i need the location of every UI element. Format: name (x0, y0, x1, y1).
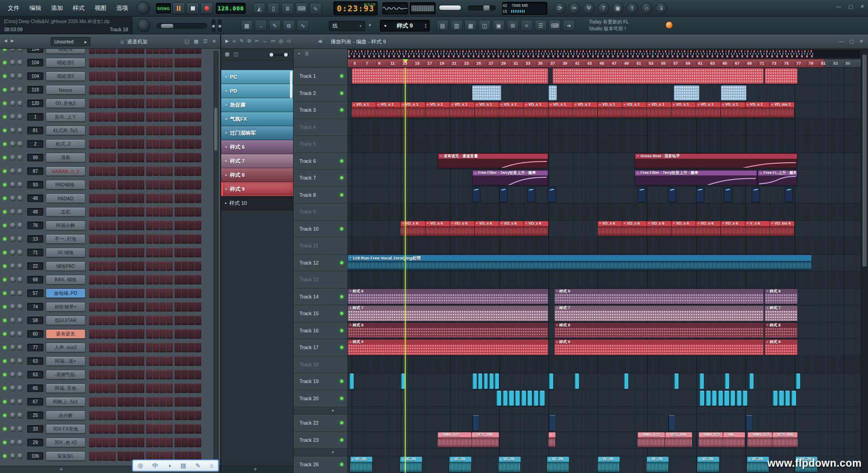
step-cell[interactable] (181, 248, 188, 257)
step-cell[interactable] (188, 383, 194, 393)
step-cell[interactable] (188, 234, 194, 244)
clip[interactable]: »VD_s 1 (499, 102, 523, 118)
channel-led[interactable] (3, 332, 6, 336)
step-cell[interactable] (124, 329, 131, 339)
step-cell[interactable] (153, 438, 159, 447)
step-cell[interactable] (160, 248, 166, 257)
step-cell[interactable] (109, 316, 116, 325)
clip[interactable]: »VMH..072 (748, 432, 772, 448)
step-cell[interactable] (89, 261, 95, 271)
step-cell[interactable] (181, 316, 188, 325)
chevron-down-icon[interactable]: ▾ (332, 450, 334, 454)
channel-volume-knob[interactable] (17, 277, 23, 283)
step-cell[interactable] (153, 383, 159, 393)
step-cell[interactable] (188, 275, 194, 284)
menubar-item[interactable]: 文件 (3, 4, 24, 12)
track-lane[interactable] (348, 237, 861, 255)
tempo-display[interactable]: 128.000 (216, 3, 246, 14)
step-cell[interactable] (181, 370, 188, 379)
step-cell[interactable] (138, 194, 144, 203)
step-cell[interactable] (109, 58, 116, 67)
step-cell[interactable] (175, 343, 181, 352)
wait-input-icon[interactable]: ▯ (267, 3, 280, 14)
clip[interactable]: »VD_s 6 (524, 221, 548, 236)
typing-keyboard-icon[interactable]: ⌨ (295, 3, 308, 14)
channel-row[interactable]: 1反向..上下 (0, 110, 211, 124)
channel-pan-knob[interactable] (10, 222, 16, 228)
clip[interactable] (668, 187, 676, 203)
clip[interactable]: »V_s 6 (745, 221, 769, 236)
step-cell[interactable] (124, 248, 131, 257)
clip[interactable] (496, 391, 501, 406)
track-activity-led[interactable] (340, 227, 343, 230)
step-cell[interactable] (146, 49, 152, 54)
step-cell[interactable] (195, 343, 201, 352)
track-name-row[interactable]: Track 17 (294, 339, 347, 356)
track-lane[interactable]: »VMH..072»VES..006»»VMH..072»VES..006»VM… (348, 432, 861, 449)
step-cell[interactable] (188, 207, 194, 217)
track-lane[interactable]: ∿Free Filter - Terry扯音上升 - 频率∿Free Filte… (348, 170, 861, 187)
step-cell[interactable] (118, 356, 124, 366)
step-cell[interactable] (96, 383, 102, 393)
step-cell[interactable] (181, 424, 188, 434)
channel-button[interactable]: 阿福..音色 (46, 383, 85, 393)
clip[interactable] (533, 391, 538, 406)
channel-led[interactable] (3, 170, 6, 173)
update-icon[interactable]: ⟳ (554, 2, 566, 14)
step-cell[interactable] (153, 302, 159, 312)
step-cell[interactable] (160, 99, 166, 108)
step-cell[interactable] (96, 302, 102, 312)
step-cell[interactable] (103, 329, 109, 339)
time-display[interactable]: M:S:CS 0:23:93 (333, 1, 378, 15)
step-cell[interactable] (96, 126, 102, 135)
channel-led[interactable] (3, 251, 6, 254)
step-cell[interactable] (175, 153, 181, 162)
step-cell[interactable] (96, 71, 102, 81)
clip[interactable]: »VD_s 1 (426, 102, 450, 118)
grid-icon[interactable]: ▦ (225, 51, 229, 57)
channel-pan-knob[interactable] (10, 73, 16, 79)
step-cell[interactable] (195, 194, 201, 203)
channel-button[interactable]: BAS..铺地 (46, 275, 85, 284)
step-cell[interactable] (96, 153, 102, 162)
clip[interactable] (699, 391, 704, 406)
clip[interactable]: ≡样式 7 (348, 306, 548, 321)
channel-volume-knob[interactable] (17, 100, 23, 106)
clip[interactable] (736, 391, 741, 406)
channel-led[interactable] (3, 359, 6, 363)
step-cell[interactable] (124, 207, 131, 217)
step-cell[interactable] (124, 383, 131, 393)
step-cell[interactable] (131, 71, 138, 81)
step-cell[interactable] (153, 275, 159, 284)
channel-button[interactable]: 不一..灯泡 (46, 234, 85, 244)
step-cell[interactable] (175, 289, 181, 298)
step-cell[interactable] (188, 316, 194, 325)
channel-button[interactable]: 30X..色 #2 (46, 438, 85, 447)
step-cell[interactable] (175, 424, 181, 434)
step-cell[interactable] (195, 356, 201, 366)
step-cell[interactable] (175, 112, 181, 122)
step-cell[interactable] (138, 343, 144, 352)
step-cell[interactable] (146, 99, 152, 108)
step-cell[interactable] (146, 383, 152, 393)
clip[interactable] (472, 85, 501, 101)
step-cell[interactable] (166, 194, 173, 203)
step-cell[interactable] (188, 180, 194, 189)
step-cell[interactable] (175, 248, 181, 257)
track-name-row[interactable]: Track 4 (294, 119, 347, 136)
step-cell[interactable] (124, 85, 131, 95)
step-cell[interactable] (181, 126, 188, 135)
channel-button[interactable]: 阿帆上..5y1 (46, 397, 85, 407)
step-cell[interactable] (175, 302, 181, 312)
step-cell[interactable] (109, 49, 116, 54)
piano-roll-icon[interactable]: ▤ (436, 20, 449, 31)
step-cell[interactable] (146, 438, 152, 447)
clip[interactable] (749, 374, 754, 389)
channel-row[interactable]: 12000..音色2 (0, 97, 211, 110)
clip[interactable] (742, 391, 747, 406)
track-name-row[interactable]: Track 14 (294, 289, 347, 306)
step-cell[interactable] (188, 166, 194, 176)
track-lane[interactable]: ∿诺有诺无 - 通道音量∿Gross Beat - 混音电平 (348, 153, 861, 170)
step-cell[interactable] (89, 302, 95, 312)
channel-pan-knob[interactable] (10, 182, 16, 188)
